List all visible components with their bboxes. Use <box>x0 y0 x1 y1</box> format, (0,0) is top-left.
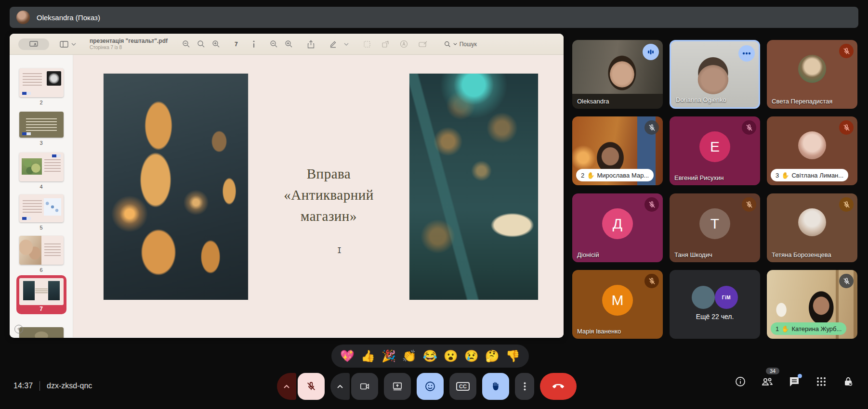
zoom-reset-icon[interactable] <box>197 40 205 48</box>
mic-muted-icon <box>644 274 659 288</box>
more-options-button[interactable] <box>515 373 534 400</box>
share-icon[interactable] <box>307 40 315 49</box>
mic-muted-icon <box>742 197 756 212</box>
reaction-thinking[interactable]: 🤔 <box>485 350 500 362</box>
sidebar-layout-icon[interactable] <box>60 41 68 48</box>
presenter-avatar <box>16 11 30 24</box>
reactions-bar: 💖 👍 🎉 👏 😂 😮 😢 🤔 👎 <box>331 345 529 368</box>
shared-pdf-window: презентація "гештальт".pdf Сторінка 7 із… <box>10 34 564 338</box>
mic-muted-icon <box>839 197 854 212</box>
reactions-button[interactable] <box>417 373 444 400</box>
host-controls-button[interactable] <box>842 375 855 388</box>
rotate-icon[interactable] <box>381 40 389 48</box>
search-icon <box>444 41 451 48</box>
reaction-thumbs-up[interactable]: 👍 <box>361 350 375 362</box>
present-screen-button[interactable] <box>384 373 411 400</box>
raised-hand-icon: ✋ <box>587 172 594 179</box>
thumbnail-page-3[interactable]: 3 <box>19 112 64 146</box>
pdf-toolbar: презентація "гештальт".pdf Сторінка 7 із… <box>10 34 564 55</box>
markup-chevron-icon[interactable] <box>344 43 349 46</box>
tile-tanya[interactable]: Т Таня Шкодич <box>670 193 760 262</box>
text-cursor: I <box>337 246 342 254</box>
tile-tetyana[interactable]: Тетяна Борозенцева <box>767 193 857 262</box>
tile-evgeniy[interactable]: Е Евгений Рисухин <box>670 116 760 185</box>
thumbnail-page-7-selected[interactable]: 7 <box>16 275 66 314</box>
reaction-party[interactable]: 🎉 <box>381 350 396 362</box>
reaction-thumbs-down[interactable]: 👎 <box>506 350 520 362</box>
raised-hand-label: 3✋Світлана Лиман... <box>771 169 848 181</box>
camera-toggle-button[interactable] <box>351 373 378 400</box>
annotate-icon[interactable] <box>400 40 408 48</box>
tile-dorianna[interactable]: Dorianna Ogienko <box>670 40 760 109</box>
avatar <box>798 55 826 83</box>
participants-button[interactable]: 34 <box>761 375 774 388</box>
page-zoom-in-icon[interactable] <box>285 40 293 48</box>
thumbnail-page-5[interactable]: 5 <box>19 194 64 230</box>
thumbnail-page-4[interactable]: 4 <box>19 153 64 190</box>
avatar <box>798 208 826 236</box>
page-number-field[interactable]: 7 <box>235 41 238 48</box>
add-page-button[interactable]: + <box>14 325 23 333</box>
zoom-out-icon[interactable] <box>182 40 190 48</box>
pdf-search[interactable]: Пошук <box>444 41 477 48</box>
participant-name: Евгений Рисухин <box>674 174 723 181</box>
tile-overflow-participants[interactable]: ГіМ Ещё 22 чел. <box>670 270 760 339</box>
mic-toggle-button-muted[interactable] <box>298 373 325 400</box>
activities-button[interactable] <box>815 375 828 388</box>
tile-maria[interactable]: М Марія Іваненко <box>572 270 663 339</box>
thumbnail-page-2[interactable]: 2 <box>19 68 64 105</box>
participant-name: Марія Іваненко <box>577 328 621 335</box>
thumbnail-page-8[interactable]: Дякую за увагу! 8 <box>19 327 64 338</box>
avatar-initial: Е <box>699 131 730 162</box>
overflow-avatars: ГіМ <box>692 286 738 309</box>
document-title: презентація "гештальт".pdf <box>90 38 168 45</box>
page-zoom-out-icon[interactable] <box>270 40 278 48</box>
end-call-button[interactable] <box>540 373 577 400</box>
avatar <box>798 131 826 159</box>
tile-svitlana[interactable]: 3✋Світлана Лиман... <box>767 116 857 185</box>
more-options-icon[interactable] <box>738 45 755 62</box>
reaction-heart[interactable]: 💖 <box>340 350 355 362</box>
overflow-count-label: Ещё 22 чел. <box>670 313 760 320</box>
reaction-surprised[interactable]: 😮 <box>444 350 458 362</box>
pdf-page-view: Вправа «Антикварний магазин» I <box>73 55 564 337</box>
slide-title: Вправа «Антикварний магазин» <box>248 163 409 227</box>
reaction-clap[interactable]: 👏 <box>402 350 417 362</box>
call-controls: CC <box>277 373 577 400</box>
camera-options-chevron[interactable] <box>330 373 350 400</box>
pdf-thumbnail-sidebar: 2 3 4 5 6 <box>10 55 73 337</box>
footer-divider <box>39 381 40 391</box>
thumbnail-view-toggle[interactable] <box>18 38 49 50</box>
meeting-details-button[interactable] <box>734 375 747 388</box>
display-icon <box>29 41 38 47</box>
mic-options-chevron[interactable] <box>277 373 296 400</box>
footer-meta: 14:37 dzx-zksd-qnc <box>13 381 92 391</box>
clock: 14:37 <box>13 382 33 390</box>
zoom-in-icon[interactable] <box>212 40 220 48</box>
chat-button[interactable] <box>788 375 801 388</box>
document-page-info: Сторінка 7 із 8 <box>90 45 168 51</box>
tile-sveta[interactable]: Света Перепадистая <box>767 40 857 109</box>
search-chevron-icon <box>453 43 457 45</box>
crop-icon[interactable] <box>363 40 371 48</box>
tile-myroslava[interactable]: 2✋Мирослава Мар... <box>572 116 663 185</box>
raised-hand-label: 1✋Катерина Журб... <box>771 322 846 335</box>
mic-muted-icon <box>644 197 659 212</box>
avatar-logo: ГіМ <box>715 286 738 309</box>
reaction-cry[interactable]: 😢 <box>464 350 479 362</box>
captions-button[interactable]: CC <box>449 373 476 400</box>
raise-hand-button-active[interactable] <box>482 373 509 400</box>
chat-notification-dot <box>798 374 802 378</box>
thumbnail-page-6[interactable]: 6 <box>19 236 64 273</box>
info-panel-icon[interactable] <box>252 40 255 48</box>
tile-dionisiy[interactable]: Д Діонісій <box>572 193 663 262</box>
sidebar-chevron-icon[interactable] <box>71 43 76 46</box>
tile-oleksandra[interactable]: Oleksandra <box>572 40 663 109</box>
mic-muted-icon <box>839 120 854 135</box>
signature-icon[interactable] <box>419 41 428 48</box>
reaction-laugh[interactable]: 😂 <box>423 350 437 362</box>
tile-kateryna[interactable]: 1✋Катерина Журб... <box>767 270 857 339</box>
markup-pencil-icon[interactable] <box>329 40 337 48</box>
slide-image-street <box>104 74 248 300</box>
document-meta: презентація "гештальт".pdf Сторінка 7 із… <box>90 38 168 50</box>
